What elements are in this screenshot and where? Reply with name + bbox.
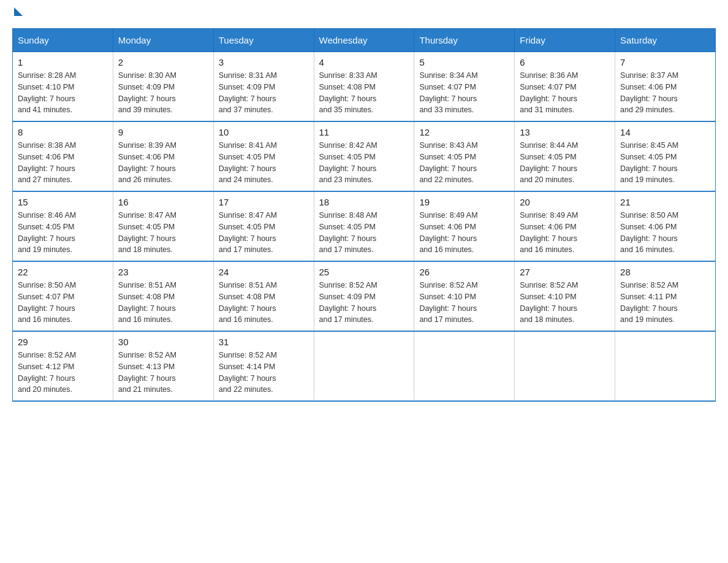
day-info: Sunrise: 8:30 AMSunset: 4:09 PMDaylight:… — [118, 71, 176, 114]
day-number: 5 — [419, 57, 509, 67]
logo — [12, 12, 23, 16]
header-cell-wednesday: Wednesday — [314, 29, 414, 52]
day-number: 11 — [319, 127, 409, 137]
day-number: 19 — [419, 197, 509, 207]
day-cell — [414, 331, 515, 401]
day-info: Sunrise: 8:42 AMSunset: 4:05 PMDaylight:… — [319, 141, 377, 184]
day-number: 28 — [620, 267, 710, 277]
day-cell: 29Sunrise: 8:52 AMSunset: 4:12 PMDayligh… — [13, 331, 113, 401]
day-info: Sunrise: 8:37 AMSunset: 4:06 PMDaylight:… — [620, 71, 678, 114]
day-info: Sunrise: 8:41 AMSunset: 4:05 PMDaylight:… — [219, 141, 277, 184]
day-number: 16 — [118, 197, 208, 207]
day-info: Sunrise: 8:52 AMSunset: 4:13 PMDaylight:… — [118, 351, 176, 394]
day-info: Sunrise: 8:49 AMSunset: 4:06 PMDaylight:… — [419, 211, 477, 254]
header-cell-sunday: Sunday — [13, 29, 113, 52]
day-cell: 14Sunrise: 8:45 AMSunset: 4:05 PMDayligh… — [615, 121, 716, 191]
day-info: Sunrise: 8:47 AMSunset: 4:05 PMDaylight:… — [219, 211, 277, 254]
day-info: Sunrise: 8:47 AMSunset: 4:05 PMDaylight:… — [118, 211, 176, 254]
day-info: Sunrise: 8:52 AMSunset: 4:12 PMDaylight:… — [18, 351, 76, 394]
day-cell: 13Sunrise: 8:44 AMSunset: 4:05 PMDayligh… — [515, 121, 615, 191]
day-info: Sunrise: 8:52 AMSunset: 4:14 PMDaylight:… — [219, 351, 277, 394]
day-cell: 23Sunrise: 8:51 AMSunset: 4:08 PMDayligh… — [113, 261, 213, 331]
header-cell-saturday: Saturday — [615, 29, 716, 52]
week-row-4: 22Sunrise: 8:50 AMSunset: 4:07 PMDayligh… — [13, 261, 716, 331]
day-cell — [515, 331, 615, 401]
day-cell: 27Sunrise: 8:52 AMSunset: 4:10 PMDayligh… — [515, 261, 615, 331]
day-cell: 30Sunrise: 8:52 AMSunset: 4:13 PMDayligh… — [113, 331, 213, 401]
calendar-table: SundayMondayTuesdayWednesdayThursdayFrid… — [12, 28, 716, 402]
day-info: Sunrise: 8:51 AMSunset: 4:08 PMDaylight:… — [219, 281, 277, 324]
day-cell: 26Sunrise: 8:52 AMSunset: 4:10 PMDayligh… — [414, 261, 515, 331]
header-cell-thursday: Thursday — [414, 29, 515, 52]
day-cell: 19Sunrise: 8:49 AMSunset: 4:06 PMDayligh… — [414, 191, 515, 261]
day-info: Sunrise: 8:39 AMSunset: 4:06 PMDaylight:… — [118, 141, 176, 184]
day-cell: 18Sunrise: 8:48 AMSunset: 4:05 PMDayligh… — [314, 191, 414, 261]
day-info: Sunrise: 8:52 AMSunset: 4:09 PMDaylight:… — [319, 281, 377, 324]
week-row-5: 29Sunrise: 8:52 AMSunset: 4:12 PMDayligh… — [13, 331, 716, 401]
day-number: 3 — [219, 57, 309, 67]
day-cell: 8Sunrise: 8:38 AMSunset: 4:06 PMDaylight… — [13, 121, 113, 191]
day-number: 27 — [520, 267, 610, 277]
day-info: Sunrise: 8:51 AMSunset: 4:08 PMDaylight:… — [118, 281, 176, 324]
day-cell: 17Sunrise: 8:47 AMSunset: 4:05 PMDayligh… — [213, 191, 314, 261]
day-number: 10 — [219, 127, 309, 137]
day-info: Sunrise: 8:52 AMSunset: 4:10 PMDaylight:… — [419, 281, 477, 324]
day-number: 21 — [620, 197, 710, 207]
day-cell: 1Sunrise: 8:28 AMSunset: 4:10 PMDaylight… — [13, 52, 113, 122]
day-number: 18 — [319, 197, 409, 207]
header-cell-tuesday: Tuesday — [213, 29, 314, 52]
logo-triangle-icon — [14, 7, 23, 16]
day-cell: 28Sunrise: 8:52 AMSunset: 4:11 PMDayligh… — [615, 261, 716, 331]
header-cell-monday: Monday — [113, 29, 213, 52]
day-cell: 15Sunrise: 8:46 AMSunset: 4:05 PMDayligh… — [13, 191, 113, 261]
day-number: 8 — [18, 127, 108, 137]
day-info: Sunrise: 8:50 AMSunset: 4:06 PMDaylight:… — [620, 211, 678, 254]
day-cell: 20Sunrise: 8:49 AMSunset: 4:06 PMDayligh… — [515, 191, 615, 261]
day-info: Sunrise: 8:31 AMSunset: 4:09 PMDaylight:… — [219, 71, 277, 114]
day-number: 26 — [419, 267, 509, 277]
day-number: 15 — [18, 197, 108, 207]
day-info: Sunrise: 8:52 AMSunset: 4:11 PMDaylight:… — [620, 281, 678, 324]
day-number: 2 — [118, 57, 208, 67]
day-info: Sunrise: 8:50 AMSunset: 4:07 PMDaylight:… — [18, 281, 76, 324]
header-row: SundayMondayTuesdayWednesdayThursdayFrid… — [13, 29, 716, 52]
day-number: 4 — [319, 57, 409, 67]
day-number: 25 — [319, 267, 409, 277]
day-cell: 22Sunrise: 8:50 AMSunset: 4:07 PMDayligh… — [13, 261, 113, 331]
day-cell: 21Sunrise: 8:50 AMSunset: 4:06 PMDayligh… — [615, 191, 716, 261]
day-cell — [314, 331, 414, 401]
day-info: Sunrise: 8:33 AMSunset: 4:08 PMDaylight:… — [319, 71, 377, 114]
day-cell: 24Sunrise: 8:51 AMSunset: 4:08 PMDayligh… — [213, 261, 314, 331]
day-number: 7 — [620, 57, 710, 67]
day-info: Sunrise: 8:44 AMSunset: 4:05 PMDaylight:… — [520, 141, 578, 184]
day-cell: 16Sunrise: 8:47 AMSunset: 4:05 PMDayligh… — [113, 191, 213, 261]
day-cell: 25Sunrise: 8:52 AMSunset: 4:09 PMDayligh… — [314, 261, 414, 331]
day-number: 1 — [18, 57, 108, 67]
day-number: 20 — [520, 197, 610, 207]
day-cell: 9Sunrise: 8:39 AMSunset: 4:06 PMDaylight… — [113, 121, 213, 191]
calendar-header: SundayMondayTuesdayWednesdayThursdayFrid… — [13, 29, 716, 52]
day-info: Sunrise: 8:34 AMSunset: 4:07 PMDaylight:… — [419, 71, 477, 114]
day-cell: 11Sunrise: 8:42 AMSunset: 4:05 PMDayligh… — [314, 121, 414, 191]
day-info: Sunrise: 8:46 AMSunset: 4:05 PMDaylight:… — [18, 211, 76, 254]
day-info: Sunrise: 8:38 AMSunset: 4:06 PMDaylight:… — [18, 141, 76, 184]
day-number: 22 — [18, 267, 108, 277]
day-info: Sunrise: 8:49 AMSunset: 4:06 PMDaylight:… — [520, 211, 578, 254]
day-info: Sunrise: 8:36 AMSunset: 4:07 PMDaylight:… — [520, 71, 578, 114]
day-cell — [615, 331, 716, 401]
week-row-1: 1Sunrise: 8:28 AMSunset: 4:10 PMDaylight… — [13, 52, 716, 122]
day-info: Sunrise: 8:28 AMSunset: 4:10 PMDaylight:… — [18, 71, 76, 114]
day-number: 14 — [620, 127, 710, 137]
day-cell: 12Sunrise: 8:43 AMSunset: 4:05 PMDayligh… — [414, 121, 515, 191]
day-cell: 10Sunrise: 8:41 AMSunset: 4:05 PMDayligh… — [213, 121, 314, 191]
calendar-body: 1Sunrise: 8:28 AMSunset: 4:10 PMDaylight… — [13, 52, 716, 402]
day-cell: 5Sunrise: 8:34 AMSunset: 4:07 PMDaylight… — [414, 52, 515, 122]
day-number: 31 — [219, 337, 309, 347]
day-info: Sunrise: 8:48 AMSunset: 4:05 PMDaylight:… — [319, 211, 377, 254]
day-cell: 31Sunrise: 8:52 AMSunset: 4:14 PMDayligh… — [213, 331, 314, 401]
week-row-3: 15Sunrise: 8:46 AMSunset: 4:05 PMDayligh… — [13, 191, 716, 261]
day-number: 12 — [419, 127, 509, 137]
page-header — [12, 12, 716, 16]
week-row-2: 8Sunrise: 8:38 AMSunset: 4:06 PMDaylight… — [13, 121, 716, 191]
day-number: 24 — [219, 267, 309, 277]
